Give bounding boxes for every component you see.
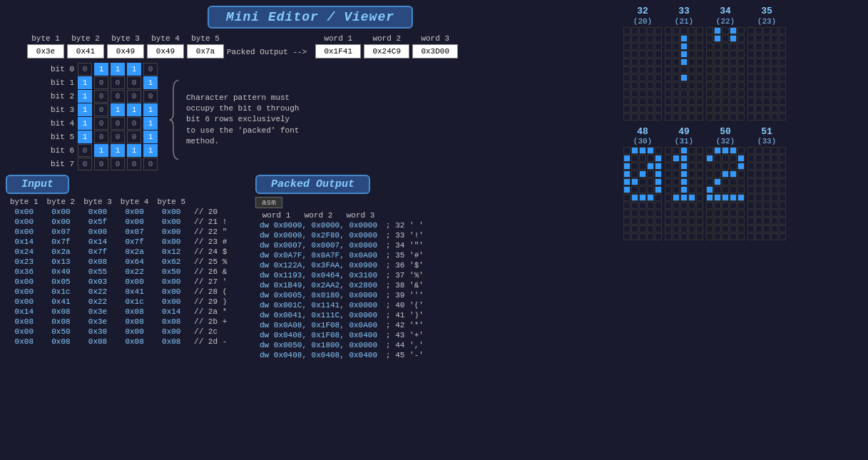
- pixel-34-1-1: [714, 35, 721, 42]
- pixel-49-5-0: [665, 186, 672, 193]
- table-row: dw 0x0007, 0x0007, 0x0000; 34 '"': [255, 240, 428, 250]
- pixel-35-8-4: [779, 90, 786, 97]
- bit-cell-2-0[interactable]: 1: [78, 90, 92, 103]
- pixel-51-5-3: [771, 186, 778, 193]
- bit-cell-6-2[interactable]: 1: [111, 144, 125, 157]
- pixel-33-11-0: [665, 113, 672, 121]
- input-section: Input byte 1byte 2byte 3byte 4byte 5 0x0…: [6, 175, 248, 454]
- pixel-33-7-4: [696, 82, 703, 89]
- pixel-51-10-4: [779, 225, 786, 232]
- pixel-34-2-2: [722, 43, 729, 50]
- bit-cell-7-4[interactable]: 0: [143, 158, 158, 170]
- pixel-48-8-1: [631, 210, 638, 217]
- bit-cell-5-2[interactable]: 0: [111, 131, 125, 143]
- byte-col-2: byte 2: [67, 34, 104, 58]
- pixel-51-6-0: [747, 194, 755, 201]
- bit-cell-4-1[interactable]: 0: [94, 117, 108, 130]
- pixel-48-0-4: [655, 147, 662, 154]
- bit-cell-7-1[interactable]: 0: [94, 158, 108, 170]
- bit-cell-3-3[interactable]: 1: [127, 103, 141, 116]
- pixel-32-4-1: [631, 58, 638, 66]
- word2-input[interactable]: [364, 44, 409, 58]
- table-row: dw 0x0A08, 0x1F08, 0x0A00; 42 '*': [255, 320, 428, 330]
- word1-input[interactable]: [315, 44, 361, 58]
- bit-cell-2-3[interactable]: 0: [127, 90, 141, 103]
- pixel-49-8-0: [665, 210, 672, 217]
- input-cell-7-0: 0x00: [6, 277, 43, 287]
- bit-cell-0-4[interactable]: 0: [143, 63, 158, 76]
- pixel-51-3-3: [771, 170, 778, 178]
- bit-cell-3-0[interactable]: 1: [78, 103, 92, 116]
- pixel-50-2-2: [722, 163, 729, 170]
- table-row: 0x000x410x220x1c0x00// 29 ): [6, 297, 231, 307]
- word3-input[interactable]: [412, 44, 458, 58]
- bit-cell-0-0[interactable]: 0: [78, 63, 92, 76]
- pixel-33-1-4: [696, 35, 703, 42]
- bit-cell-6-4[interactable]: 1: [143, 144, 158, 157]
- pixel-51-7-4: [779, 202, 786, 209]
- bit-cell-1-2[interactable]: 0: [111, 76, 125, 89]
- bit-cell-1-3[interactable]: 0: [127, 76, 141, 89]
- byte1-input[interactable]: [27, 44, 64, 58]
- char-item-35: 35(23): [747, 6, 786, 121]
- byte5-input[interactable]: [187, 44, 224, 58]
- byte4-input[interactable]: [147, 44, 184, 58]
- pixel-49-6-3: [688, 194, 695, 201]
- pixel-49-7-4: [696, 202, 703, 209]
- pixel-32-10-1: [631, 106, 638, 113]
- bit-cell-6-3[interactable]: 1: [127, 144, 141, 157]
- bit-cell-3-2[interactable]: 1: [111, 103, 125, 116]
- output-cell-0-0: dw 0x0000, 0x0000, 0x0000: [255, 220, 382, 230]
- bit-cell-3-4[interactable]: 1: [143, 103, 158, 116]
- pixel-32-4-2: [639, 58, 646, 66]
- bit-cell-6-0[interactable]: 0: [78, 144, 92, 157]
- pixel-32-6-0: [623, 74, 630, 81]
- pixel-51-0-2: [763, 147, 770, 154]
- pixel-49-10-4: [696, 225, 703, 232]
- asm-tab[interactable]: asm: [255, 197, 282, 208]
- byte-col-1: byte 1: [27, 34, 64, 58]
- input-cell-9-5: // 29 ): [190, 297, 231, 307]
- bit-cell-2-4[interactable]: 0: [143, 90, 158, 103]
- bit-cell-2-1[interactable]: 0: [94, 90, 108, 103]
- bit-cell-4-0[interactable]: 1: [78, 117, 92, 130]
- input-cell-6-5: // 26 &: [190, 267, 231, 277]
- pixel-34-2-3: [730, 43, 737, 50]
- bit-cell-0-3[interactable]: 1: [127, 63, 141, 76]
- pixel-35-9-2: [763, 98, 770, 105]
- byte2-input[interactable]: [67, 44, 104, 58]
- bit-cell-5-4[interactable]: 1: [143, 131, 158, 143]
- table-row: 0x230x130x080x640x62// 25 %: [6, 257, 231, 267]
- pixel-35-2-0: [747, 43, 755, 50]
- bit-cell-7-2[interactable]: 0: [111, 158, 125, 170]
- bit-cell-2-2[interactable]: 0: [111, 90, 125, 103]
- bit-cell-5-3[interactable]: 0: [127, 131, 141, 143]
- bit-cell-4-2[interactable]: 0: [111, 117, 125, 130]
- pixel-51-1-1: [755, 155, 762, 162]
- pixel-32-0-4: [655, 27, 662, 34]
- bit-cell-4-4[interactable]: 1: [143, 117, 158, 130]
- bit-cell-7-0[interactable]: 0: [78, 158, 92, 170]
- pixel-48-5-2: [639, 186, 646, 193]
- bit-cell-1-0[interactable]: 1: [78, 76, 92, 89]
- pixel-48-2-4: [655, 163, 662, 170]
- bit-cell-1-4[interactable]: 1: [143, 76, 158, 89]
- bit-cell-0-2[interactable]: 1: [111, 63, 125, 76]
- pixel-51-10-3: [771, 225, 778, 232]
- bit-cell-7-3[interactable]: 0: [127, 158, 141, 170]
- table-row: 0x000x000x000x000x00// 20: [6, 207, 231, 217]
- byte3-input[interactable]: [107, 44, 144, 58]
- bit-cell-0-1[interactable]: 1: [94, 63, 108, 76]
- pixel-32-11-0: [623, 113, 630, 121]
- bit-cell-5-0[interactable]: 1: [78, 131, 92, 143]
- bit-cell-6-1[interactable]: 1: [94, 144, 108, 157]
- bit-cell-3-1[interactable]: 0: [94, 103, 108, 116]
- bit-cell-5-1[interactable]: 0: [94, 131, 108, 143]
- bit-cell-4-3[interactable]: 0: [127, 117, 141, 130]
- pixel-49-11-2: [680, 233, 688, 240]
- input-cell-4-1: 0x2a: [43, 247, 80, 257]
- pixel-51-4-2: [763, 178, 770, 185]
- bit-cell-1-1[interactable]: 0: [94, 76, 108, 89]
- pixel-50-10-1: [714, 225, 721, 232]
- pixel-34-7-2: [722, 82, 729, 89]
